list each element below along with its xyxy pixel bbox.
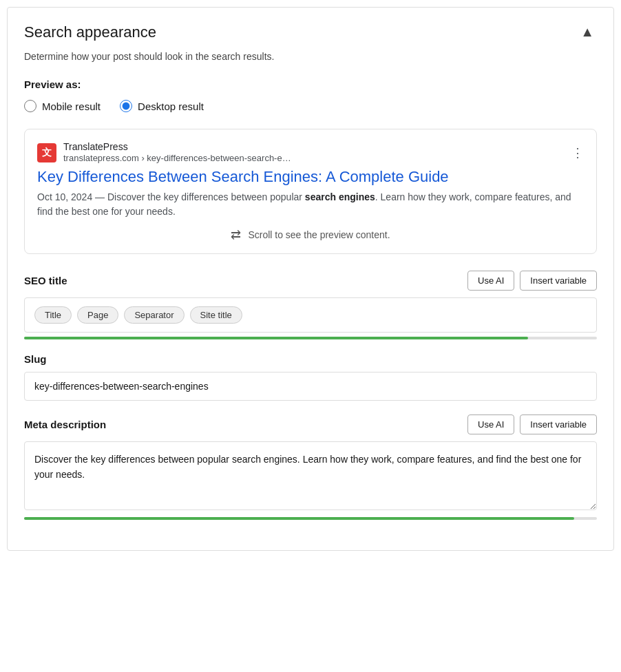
- snippet-start: — Discover the key differences between p…: [92, 191, 305, 202]
- meta-description-label: Meta description: [24, 419, 106, 430]
- site-url: translatepress.com › key-differences-bet…: [63, 153, 565, 165]
- search-appearance-panel: Search appearance ▲ Determine how your p…: [7, 7, 614, 551]
- collapse-button[interactable]: ▲: [578, 21, 597, 43]
- snippet-bold: search engines: [305, 191, 375, 202]
- separator-tag[interactable]: Separator: [124, 306, 184, 324]
- meta-use-ai-button[interactable]: Use AI: [467, 414, 514, 434]
- meta-insert-variable-button[interactable]: Insert variable: [520, 414, 597, 434]
- meta-description-header: Meta description Use AI Insert variable: [24, 414, 597, 434]
- slug-label: Slug: [24, 353, 47, 365]
- seo-title-label: SEO title: [24, 275, 67, 286]
- site-title-tag[interactable]: Site title: [190, 306, 242, 324]
- mobile-result-radio[interactable]: [24, 100, 36, 112]
- site-favicon: 文: [37, 143, 56, 162]
- snippet-date: Oct 10, 2024: [37, 191, 92, 202]
- seo-title-section: SEO title Use AI Insert variable Title P…: [24, 271, 597, 339]
- search-result-preview: 文 TranslatePress translatepress.com › ke…: [24, 129, 597, 254]
- chevron-up-icon: ▲: [580, 24, 594, 39]
- panel-subtitle: Determine how your post should look in t…: [24, 51, 597, 62]
- seo-title-use-ai-button[interactable]: Use AI: [467, 271, 514, 291]
- desktop-result-radio[interactable]: [120, 100, 132, 112]
- scroll-hint: ⇄ Scroll to see the preview content.: [37, 227, 584, 242]
- seo-title-header: SEO title Use AI Insert variable: [24, 271, 597, 291]
- search-result-title[interactable]: Key Differences Between Search Engines: …: [37, 167, 584, 187]
- panel-title: Search appearance: [24, 23, 156, 41]
- preview-mode-group: Mobile result Desktop result: [24, 100, 597, 112]
- site-name: TranslatePress: [63, 140, 565, 153]
- slug-header: Slug: [24, 353, 597, 365]
- slug-section: Slug: [24, 353, 597, 401]
- search-result-snippet: Oct 10, 2024 — Discover the key differen…: [37, 190, 584, 219]
- scroll-arrows-icon: ⇄: [231, 227, 241, 242]
- seo-title-input[interactable]: Title Page Separator Site title: [24, 297, 597, 333]
- search-result-site-row: 文 TranslatePress translatepress.com › ke…: [37, 140, 584, 165]
- desktop-result-option[interactable]: Desktop result: [120, 100, 204, 112]
- seo-title-progress-bar: [24, 337, 528, 339]
- scroll-hint-text: Scroll to see the preview content.: [248, 229, 390, 240]
- mobile-result-label: Mobile result: [42, 101, 101, 112]
- preview-label: Preview as:: [24, 78, 597, 90]
- meta-description-progress-bar-wrap: [24, 517, 597, 520]
- meta-description-progress-bar: [24, 517, 574, 520]
- seo-title-actions: Use AI Insert variable: [467, 271, 597, 291]
- meta-description-section: Meta description Use AI Insert variable …: [24, 414, 597, 520]
- seo-title-insert-variable-button[interactable]: Insert variable: [520, 271, 597, 291]
- desktop-result-label: Desktop result: [138, 101, 204, 112]
- seo-title-progress-bar-wrap: [24, 337, 597, 339]
- page-tag[interactable]: Page: [77, 306, 118, 324]
- title-tag[interactable]: Title: [34, 306, 72, 324]
- site-menu-icon[interactable]: ⋮: [571, 145, 584, 160]
- slug-input[interactable]: [24, 372, 597, 401]
- meta-description-actions: Use AI Insert variable: [467, 414, 597, 434]
- site-info: TranslatePress translatepress.com › key-…: [63, 140, 565, 165]
- panel-header: Search appearance ▲: [24, 21, 597, 43]
- mobile-result-option[interactable]: Mobile result: [24, 100, 101, 112]
- meta-description-textarea[interactable]: Discover the key differences between pop…: [24, 441, 597, 510]
